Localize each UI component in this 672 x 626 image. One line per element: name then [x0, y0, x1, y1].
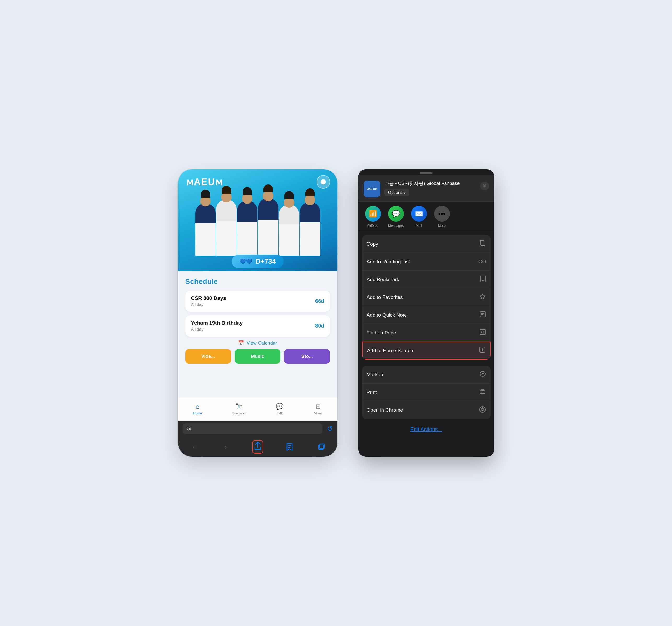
airdrop-item[interactable]: 📶 AirDrop — [364, 206, 382, 228]
event-name-1: CSR 800 Days — [191, 295, 226, 301]
add-home-screen-icon — [479, 347, 485, 354]
messages-label: Messages — [388, 224, 404, 228]
mail-item[interactable]: ✉️ Mail — [410, 206, 428, 228]
mail-label: Mail — [416, 224, 422, 228]
refresh-button[interactable]: ↺ — [327, 425, 333, 433]
menu-item-copy[interactable]: Copy — [362, 235, 490, 253]
copy-label: Copy — [367, 241, 378, 247]
edit-actions-container: Edit Actions... — [358, 422, 494, 436]
reading-list-icon — [479, 258, 486, 265]
favorites-label: Add to Favorites — [367, 295, 403, 300]
record-button[interactable] — [316, 175, 330, 189]
menu-item-add-bookmark[interactable]: Add Bookmark — [362, 271, 490, 289]
more-item[interactable]: ••• More — [433, 206, 451, 228]
event-days-2: 80d — [315, 323, 324, 329]
drag-indicator — [420, 172, 433, 174]
discover-icon: 🔭 — [235, 403, 243, 410]
action-buttons: Vide... Music Sto... — [185, 349, 330, 364]
event-name-2: Yeham 19th Birthday — [191, 320, 243, 326]
menu-section-main: Copy Add to Reading List Add Bookmark Ad… — [362, 235, 490, 359]
sharing-apps-row: 📶 AirDrop 💬 Messages ✉️ Mail ••• More — [358, 202, 494, 232]
header-info: 마음 - CSR(첫사랑) Global Fanbase Options › — [384, 180, 476, 197]
app-logo: ᴍAEUᴍ — [186, 177, 223, 187]
nav-home[interactable]: ⌂ Home — [193, 403, 202, 415]
favorites-icon — [479, 293, 486, 301]
menu-item-print[interactable]: Print — [362, 383, 490, 401]
svg-point-19 — [481, 408, 483, 411]
share-button-highlight — [252, 440, 263, 454]
copy-icon — [480, 240, 486, 248]
add-bookmark-label: Add Bookmark — [367, 277, 400, 282]
close-button[interactable]: ✕ — [480, 181, 489, 191]
drag-indicator-container — [358, 169, 494, 175]
dplus-counter: D+734 — [256, 257, 276, 266]
svg-rect-9 — [480, 329, 485, 335]
menu-item-add-home-screen[interactable]: Add to Home Screen — [362, 342, 490, 359]
svg-rect-3 — [320, 444, 325, 449]
mail-avatar: ✉️ — [411, 206, 427, 222]
menu-item-find-on-page[interactable]: Find on Page — [362, 324, 490, 342]
menu-item-open-chrome[interactable]: Open in Chrome — [362, 401, 490, 419]
svg-rect-2 — [319, 445, 323, 450]
share-header: ᴍAEUᴍ 마음 - CSR(첫사랑) Global Fanbase Optio… — [358, 175, 494, 202]
options-label: Options — [388, 190, 403, 195]
quick-note-label: Add to Quick Note — [367, 312, 407, 318]
hearts-icon: 💙💙 — [239, 258, 253, 265]
edit-actions-link[interactable]: Edit Actions... — [410, 426, 442, 432]
menu-item-markup[interactable]: Markup — [362, 366, 490, 383]
music-button[interactable]: Music — [235, 349, 281, 364]
print-label: Print — [367, 390, 377, 395]
svg-point-7 — [482, 260, 486, 263]
more-label: More — [438, 224, 446, 228]
forward-button[interactable]: › — [219, 440, 232, 453]
talk-icon: 💬 — [276, 403, 284, 410]
text-size-button[interactable]: AA — [186, 427, 192, 431]
open-chrome-icon — [479, 406, 486, 415]
app-icon: ᴍAEUᴍ — [364, 180, 380, 197]
url-bar[interactable]: AA — [183, 423, 322, 434]
event-sub-2: All day — [191, 327, 243, 332]
print-icon — [479, 389, 486, 396]
share-sheet-panel: ᴍAEUᴍ 마음 - CSR(첫사랑) Global Fanbase Optio… — [358, 169, 494, 457]
menu-item-reading-list[interactable]: Add to Reading List — [362, 253, 490, 271]
schedule-card-2[interactable]: Yeham 19th Birthday All day 80d — [185, 315, 330, 336]
messages-avatar: 💬 — [388, 206, 404, 222]
bookmarks-button[interactable] — [283, 440, 296, 453]
talk-label: Talk — [277, 411, 283, 415]
menu-item-favorites[interactable]: Add to Favorites — [362, 289, 490, 306]
nav-talk[interactable]: 💬 Talk — [276, 403, 284, 415]
options-button[interactable]: Options › — [384, 189, 409, 197]
dplus-badge: 💙💙 D+734 — [232, 255, 284, 268]
markup-icon — [480, 371, 486, 379]
nav-discover[interactable]: 🔭 Discover — [232, 403, 246, 415]
markup-label: Markup — [367, 372, 383, 378]
view-calendar-link[interactable]: 📅 View Calendar — [185, 340, 330, 346]
find-on-page-icon — [480, 329, 486, 337]
mixer-icon: ⊞ — [315, 403, 321, 410]
more-avatar: ••• — [434, 206, 450, 222]
tabs-button[interactable] — [315, 440, 328, 453]
menu-item-quick-note[interactable]: Add to Quick Note — [362, 306, 490, 324]
share-button[interactable] — [251, 440, 264, 453]
quick-note-icon — [480, 311, 486, 319]
app-content: Schedule CSR 800 Days All day 66d Yeham … — [178, 271, 337, 397]
event-sub-1: All day — [191, 302, 226, 307]
mixer-label: Mixer — [314, 411, 322, 415]
messages-item[interactable]: 💬 Messages — [387, 206, 405, 228]
svg-rect-17 — [481, 392, 484, 393]
video-button[interactable]: Vide... — [185, 349, 231, 364]
bottom-nav: ⌂ Home 🔭 Discover 💬 Talk ⊞ Mixer — [178, 397, 337, 421]
close-icon: ✕ — [482, 183, 486, 189]
open-chrome-label: Open in Chrome — [367, 407, 403, 413]
browser-controls: ‹ › — [178, 437, 337, 457]
svg-line-11 — [483, 333, 484, 334]
airdrop-avatar: 📶 — [365, 206, 381, 222]
back-button[interactable]: ‹ — [187, 440, 200, 453]
nav-mixer[interactable]: ⊞ Mixer — [314, 403, 322, 415]
options-chevron: › — [404, 190, 405, 195]
add-home-screen-label: Add to Home Screen — [367, 348, 413, 353]
find-on-page-label: Find on Page — [367, 330, 396, 336]
store-button[interactable]: Sto... — [284, 349, 330, 364]
schedule-card-1[interactable]: CSR 800 Days All day 66d — [185, 291, 330, 312]
svg-rect-5 — [480, 241, 484, 245]
